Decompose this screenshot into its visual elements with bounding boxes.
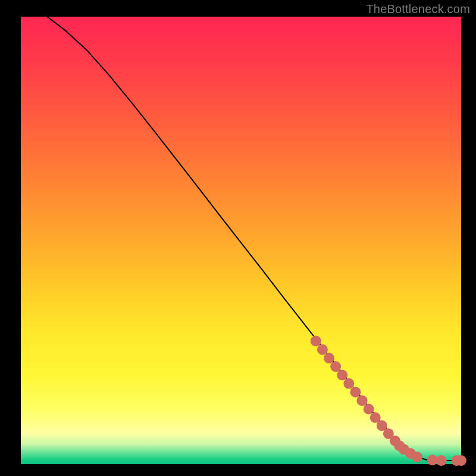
marker-point	[330, 361, 341, 372]
marker-point	[412, 452, 422, 462]
marker-point	[357, 395, 368, 406]
chart-frame: TheBottleneck.com	[0, 0, 476, 476]
marker-point	[436, 455, 447, 466]
marker-point	[324, 353, 334, 364]
marker-point	[350, 387, 361, 397]
attribution-text: TheBottleneck.com	[366, 2, 470, 16]
marker-point	[317, 345, 328, 355]
marker-point	[343, 378, 354, 389]
marker-point	[337, 369, 347, 380]
marker-point	[364, 404, 374, 415]
marker-point	[456, 455, 466, 466]
plot-background	[21, 17, 461, 464]
marker-point	[311, 336, 321, 346]
bottleneck-chart	[0, 0, 476, 476]
